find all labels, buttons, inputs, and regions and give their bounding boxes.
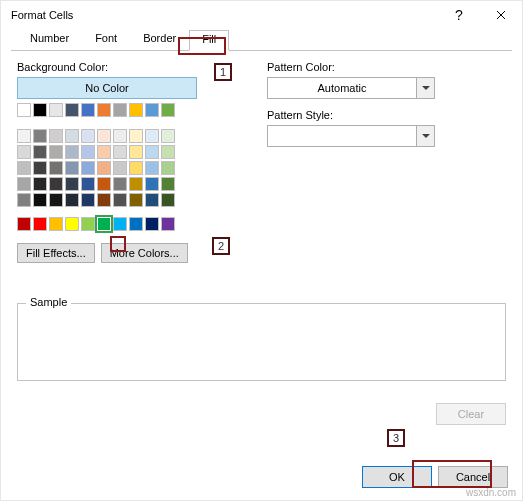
color-swatch[interactable]	[49, 177, 63, 191]
titlebar: Format Cells ?	[1, 1, 522, 29]
color-swatch[interactable]	[65, 161, 79, 175]
color-swatch[interactable]	[81, 217, 95, 231]
color-swatch[interactable]	[17, 177, 31, 191]
tab-fill[interactable]: Fill	[189, 30, 229, 51]
pattern-color-value: Automatic	[268, 82, 416, 94]
close-button[interactable]	[480, 1, 522, 29]
color-swatch[interactable]	[97, 161, 111, 175]
color-swatch[interactable]	[65, 129, 79, 143]
color-swatch[interactable]	[81, 177, 95, 191]
content-area: Background Color: No Color Fill Effects.…	[1, 51, 522, 387]
format-cells-dialog: Format Cells ? Number Font Border Fill B…	[0, 0, 523, 501]
pattern-style-label: Pattern Style:	[267, 109, 506, 121]
color-swatch[interactable]	[17, 193, 31, 207]
tab-border[interactable]: Border	[130, 29, 189, 50]
color-swatch[interactable]	[33, 129, 47, 143]
color-swatch[interactable]	[81, 193, 95, 207]
color-swatch[interactable]	[161, 103, 175, 117]
color-swatch[interactable]	[33, 145, 47, 159]
color-swatch[interactable]	[97, 103, 111, 117]
color-swatch[interactable]	[161, 193, 175, 207]
tab-number[interactable]: Number	[17, 29, 82, 50]
color-swatch[interactable]	[33, 103, 47, 117]
annotation-number-2: 2	[212, 237, 230, 255]
color-swatch[interactable]	[33, 217, 47, 231]
cancel-button[interactable]: Cancel	[438, 466, 508, 488]
color-swatch[interactable]	[49, 103, 63, 117]
color-swatch[interactable]	[65, 177, 79, 191]
color-swatch[interactable]	[97, 129, 111, 143]
tab-font[interactable]: Font	[82, 29, 130, 50]
color-swatch[interactable]	[97, 217, 111, 231]
color-swatch[interactable]	[129, 129, 143, 143]
color-swatch[interactable]	[129, 217, 143, 231]
sample-box: Sample	[17, 303, 506, 381]
fill-effects-button[interactable]: Fill Effects...	[17, 243, 95, 263]
color-swatch[interactable]	[33, 177, 47, 191]
color-swatch[interactable]	[145, 103, 159, 117]
chevron-down-icon	[416, 126, 434, 146]
pattern-color-dropdown[interactable]: Automatic	[267, 77, 435, 99]
color-swatch[interactable]	[161, 129, 175, 143]
color-swatch[interactable]	[17, 217, 31, 231]
color-swatch[interactable]	[161, 217, 175, 231]
color-swatch[interactable]	[129, 177, 143, 191]
color-swatch[interactable]	[81, 161, 95, 175]
color-swatch[interactable]	[49, 145, 63, 159]
pattern-style-dropdown[interactable]	[267, 125, 435, 147]
color-swatch[interactable]	[49, 193, 63, 207]
color-swatch[interactable]	[17, 145, 31, 159]
color-swatch[interactable]	[17, 129, 31, 143]
color-swatch[interactable]	[129, 193, 143, 207]
color-swatch[interactable]	[33, 161, 47, 175]
color-swatch[interactable]	[129, 161, 143, 175]
color-swatch[interactable]	[97, 145, 111, 159]
color-swatch[interactable]	[145, 193, 159, 207]
close-icon	[496, 10, 506, 20]
color-swatch[interactable]	[145, 177, 159, 191]
color-swatch[interactable]	[113, 161, 127, 175]
color-swatch[interactable]	[81, 129, 95, 143]
color-swatch[interactable]	[17, 161, 31, 175]
color-swatch[interactable]	[113, 103, 127, 117]
annotation-number-1: 1	[214, 63, 232, 81]
color-swatch[interactable]	[81, 145, 95, 159]
color-swatch[interactable]	[145, 217, 159, 231]
color-swatch[interactable]	[49, 129, 63, 143]
color-swatch[interactable]	[129, 103, 143, 117]
dialog-buttons: OK Cancel	[362, 466, 508, 488]
color-swatch[interactable]	[113, 177, 127, 191]
clear-button: Clear	[436, 403, 506, 425]
color-swatch[interactable]	[65, 103, 79, 117]
standard-colors	[17, 217, 247, 231]
color-swatch[interactable]	[49, 217, 63, 231]
color-swatch[interactable]	[49, 161, 63, 175]
color-swatch[interactable]	[161, 177, 175, 191]
color-swatch[interactable]	[97, 177, 111, 191]
ok-button[interactable]: OK	[362, 466, 432, 488]
color-swatch[interactable]	[65, 145, 79, 159]
color-swatch[interactable]	[161, 161, 175, 175]
left-column: Background Color: No Color Fill Effects.…	[17, 61, 247, 263]
color-swatch[interactable]	[17, 103, 31, 117]
color-swatch[interactable]	[129, 145, 143, 159]
color-swatch[interactable]	[97, 193, 111, 207]
bg-color-label: Background Color:	[17, 61, 247, 73]
color-swatch[interactable]	[113, 217, 127, 231]
color-swatch[interactable]	[113, 145, 127, 159]
color-swatch[interactable]	[113, 193, 127, 207]
help-button[interactable]: ?	[438, 1, 480, 29]
color-swatch[interactable]	[113, 129, 127, 143]
color-swatch[interactable]	[145, 161, 159, 175]
sample-label: Sample	[26, 296, 71, 308]
more-colors-button[interactable]: More Colors...	[101, 243, 188, 263]
color-swatch[interactable]	[33, 193, 47, 207]
chevron-down-icon	[416, 78, 434, 98]
color-swatch[interactable]	[161, 145, 175, 159]
color-swatch[interactable]	[145, 145, 159, 159]
color-swatch[interactable]	[81, 103, 95, 117]
color-swatch[interactable]	[65, 193, 79, 207]
color-swatch[interactable]	[65, 217, 79, 231]
color-swatch[interactable]	[145, 129, 159, 143]
no-color-button[interactable]: No Color	[17, 77, 197, 99]
